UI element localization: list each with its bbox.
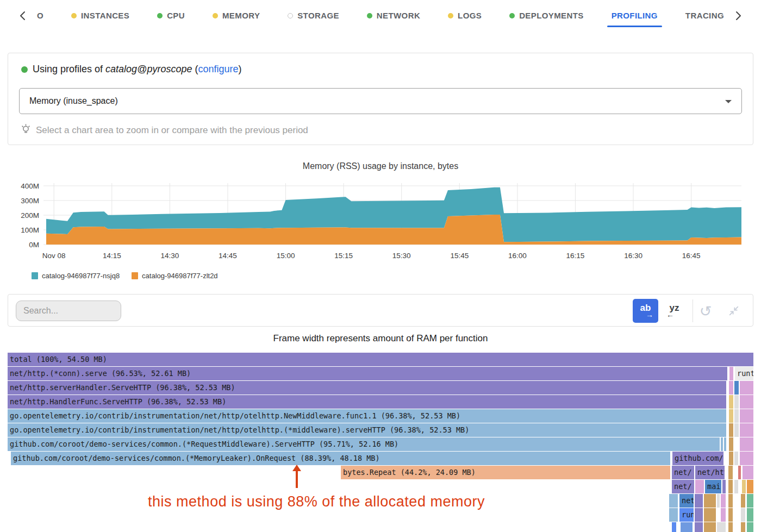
- sort-reverse-button[interactable]: yz ←: [662, 299, 687, 323]
- flame-frame[interactable]: [728, 522, 733, 532]
- tab-tracing[interactable]: TRACING: [685, 11, 724, 20]
- x-axis-tick: 16:45: [682, 252, 701, 260]
- flame-frame[interactable]: [740, 423, 753, 437]
- flamegraph-toolbar: ab → yz ← ↺: [8, 294, 753, 327]
- flame-frame[interactable]: [741, 508, 745, 522]
- flame-frame[interactable]: [740, 409, 753, 423]
- flame-frame[interactable]: [695, 480, 704, 493]
- toolbar-divider: [693, 299, 693, 322]
- undo-button[interactable]: ↺: [696, 299, 715, 323]
- flame-frame[interactable]: [734, 423, 739, 437]
- flame-frame[interactable]: [738, 466, 741, 479]
- flame-frame[interactable]: mai: [705, 480, 721, 493]
- legend-label: catalog-946987f77-nsjq8: [42, 272, 120, 280]
- search-input[interactable]: [16, 301, 121, 321]
- flame-frame[interactable]: [717, 522, 726, 532]
- flame-frame[interactable]: go.opentelemetry.io/contrib/instrumentat…: [8, 409, 726, 423]
- flame-frame[interactable]: [695, 508, 703, 522]
- flame-frame[interactable]: [743, 466, 753, 479]
- flame-frame[interactable]: [672, 522, 676, 532]
- flame-frame[interactable]: [704, 494, 716, 508]
- flame-frame[interactable]: [681, 522, 693, 532]
- flame-frame[interactable]: [741, 494, 745, 508]
- flame-frame[interactable]: [740, 381, 753, 395]
- flame-frame[interactable]: [695, 494, 703, 508]
- flame-frame[interactable]: [729, 395, 733, 409]
- x-axis-tick: 16:30: [624, 252, 643, 260]
- flame-frame[interactable]: [747, 508, 753, 522]
- flame-frame[interactable]: run: [679, 508, 694, 522]
- flame-frame[interactable]: [728, 494, 733, 508]
- flame-frame[interactable]: [740, 437, 753, 451]
- flame-frame[interactable]: [747, 494, 753, 508]
- flame-frame[interactable]: [669, 494, 678, 508]
- flame-frame[interactable]: [740, 395, 753, 409]
- flame-frame[interactable]: [729, 409, 733, 423]
- tab-instances[interactable]: INSTANCES: [71, 11, 129, 20]
- x-axis-tick: Nov 08: [42, 252, 66, 260]
- flame-frame[interactable]: [717, 494, 720, 508]
- flame-frame[interactable]: [724, 437, 726, 451]
- legend-item[interactable]: catalog-946987f77-nsjq8: [32, 272, 120, 280]
- flame-frame[interactable]: [729, 367, 733, 380]
- flame-frame[interactable]: bytes.Repeat (44.2%, 24.09 MB): [341, 466, 670, 479]
- nav-prev-icon[interactable]: [16, 9, 29, 22]
- flame-frame[interactable]: [728, 466, 733, 479]
- flame-frame[interactable]: [741, 522, 745, 532]
- flame-frame[interactable]: [695, 522, 703, 532]
- flame-frame[interactable]: [734, 409, 739, 423]
- flame-frame[interactable]: [740, 452, 753, 465]
- flame-frame[interactable]: [734, 381, 739, 395]
- flame-frame[interactable]: [704, 508, 716, 522]
- flame-frame[interactable]: [734, 452, 738, 465]
- collapse-button[interactable]: [724, 299, 744, 323]
- flame-frame[interactable]: [729, 437, 733, 451]
- tab-network[interactable]: NETWORK: [367, 11, 420, 20]
- flame-frame[interactable]: [704, 522, 716, 532]
- tab-cpu[interactable]: CPU: [157, 11, 185, 20]
- tab-profiling[interactable]: PROFILING: [612, 11, 658, 20]
- flame-frame[interactable]: [728, 480, 733, 493]
- flame-frame[interactable]: [729, 381, 733, 395]
- flame-frame[interactable]: [722, 480, 726, 493]
- tab-status-dot: [157, 13, 163, 18]
- flame-frame[interactable]: net/http.(*conn).serve (96.53%, 52.61 MB…: [8, 367, 727, 380]
- flame-frame[interactable]: github.com/coroot/demo-services/common.(…: [11, 452, 670, 465]
- flame-frame[interactable]: [747, 522, 753, 532]
- tab-storage[interactable]: STORAGE: [288, 11, 339, 20]
- tab-label: CPU: [167, 11, 185, 20]
- legend-item[interactable]: catalog-946987f77-zlt2d: [132, 272, 218, 280]
- tab-deployments[interactable]: DEPLOYMENTS: [509, 11, 584, 20]
- flame-frame[interactable]: net/: [672, 480, 694, 493]
- flame-frame[interactable]: github.com/c: [672, 452, 723, 465]
- flame-frame[interactable]: [747, 480, 753, 493]
- flame-frame[interactable]: [721, 508, 726, 522]
- flame-frame[interactable]: net: [679, 494, 694, 508]
- flame-frame[interactable]: net/: [672, 466, 694, 479]
- tab-memory[interactable]: MEMORY: [213, 11, 260, 20]
- legend-swatch: [132, 272, 138, 279]
- flame-frame[interactable]: [669, 508, 678, 522]
- tab-o[interactable]: O: [37, 11, 43, 20]
- profile-type-select[interactable]: Memory (inuse_space): [19, 88, 742, 114]
- flame-frame[interactable]: [742, 480, 746, 493]
- flame-frame[interactable]: go.opentelemetry.io/contrib/instrumentat…: [8, 423, 726, 437]
- flame-frame[interactable]: github.com/coroot/demo-services/common.(…: [8, 437, 720, 451]
- flame-frame[interactable]: net/http.serverHandler.ServeHTTP (96.38%…: [8, 381, 726, 395]
- flame-frame[interactable]: [721, 494, 726, 508]
- tab-logs[interactable]: LOGS: [448, 11, 482, 20]
- memory-usage-chart[interactable]: 400M300M200M100M0MNov 0814:1514:3014:451…: [0, 177, 761, 264]
- flame-frame[interactable]: net/http.HandlerFunc.ServeHTTP (96.38%, …: [8, 395, 726, 409]
- flame-frame[interactable]: runt: [735, 367, 753, 380]
- flame-frame[interactable]: [734, 480, 738, 493]
- nav-next-icon[interactable]: [732, 9, 745, 22]
- flame-frame[interactable]: [729, 452, 733, 465]
- flame-frame[interactable]: net/htt: [695, 466, 725, 479]
- flame-frame[interactable]: [721, 437, 723, 451]
- configure-link[interactable]: configure: [198, 64, 238, 74]
- flame-frame[interactable]: [734, 395, 739, 409]
- flame-frame[interactable]: [728, 508, 733, 522]
- flame-frame[interactable]: [729, 423, 733, 437]
- sort-alphabetical-button[interactable]: ab →: [633, 299, 658, 323]
- flame-frame[interactable]: total (100%, 54.50 MB): [8, 353, 753, 366]
